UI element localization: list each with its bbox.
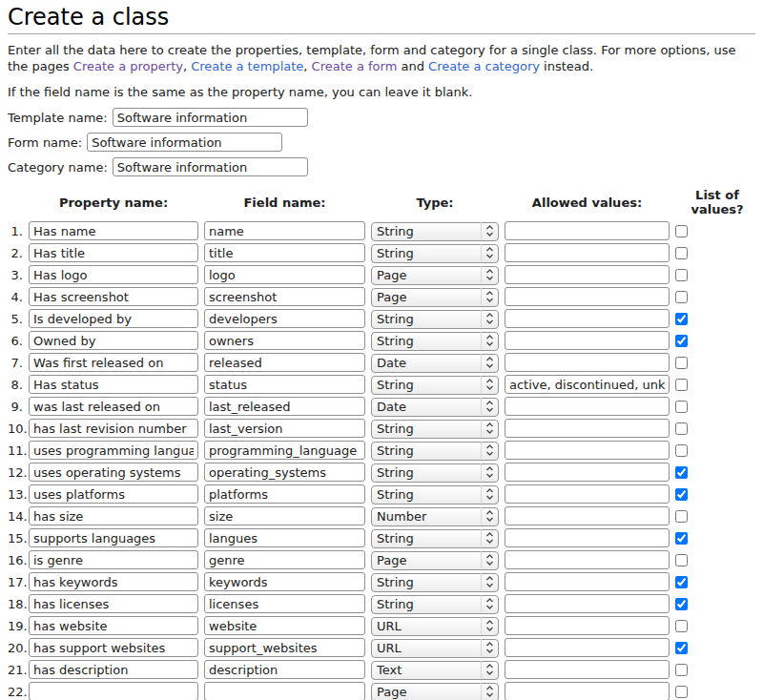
- list-of-values-checkbox[interactable]: [675, 686, 688, 698]
- list-of-values-checkbox[interactable]: [675, 291, 688, 303]
- field-name-input[interactable]: [204, 419, 365, 438]
- type-select[interactable]: String: [371, 376, 499, 395]
- list-of-values-checkbox[interactable]: [675, 664, 688, 676]
- allowed-values-input[interactable]: [505, 265, 670, 284]
- create-form-link[interactable]: Create a form: [312, 59, 398, 73]
- form-name-input[interactable]: [87, 133, 282, 152]
- list-of-values-checkbox[interactable]: [675, 488, 688, 501]
- field-name-input[interactable]: [204, 616, 365, 635]
- type-select[interactable]: String: [371, 529, 499, 548]
- field-name-input[interactable]: [204, 265, 365, 284]
- list-of-values-checkbox[interactable]: [675, 620, 688, 632]
- type-select[interactable]: Page: [371, 288, 499, 307]
- property-name-input[interactable]: [29, 616, 198, 635]
- type-select[interactable]: Date: [371, 398, 499, 417]
- list-of-values-checkbox[interactable]: [675, 313, 688, 325]
- field-name-input[interactable]: [204, 594, 365, 613]
- type-select[interactable]: String: [371, 310, 499, 329]
- allowed-values-input[interactable]: [505, 331, 670, 350]
- field-name-input[interactable]: [204, 528, 365, 547]
- type-select[interactable]: Date: [371, 354, 499, 373]
- type-select[interactable]: String: [371, 595, 499, 614]
- type-select[interactable]: String: [371, 442, 499, 461]
- property-name-input[interactable]: [29, 287, 198, 306]
- property-name-input[interactable]: [29, 419, 198, 438]
- type-select[interactable]: String: [371, 332, 499, 351]
- type-select[interactable]: String: [371, 573, 499, 592]
- allowed-values-input[interactable]: [505, 594, 670, 613]
- field-name-input[interactable]: [204, 243, 365, 262]
- list-of-values-checkbox[interactable]: [675, 598, 688, 610]
- allowed-values-input[interactable]: [505, 484, 670, 504]
- allowed-values-input[interactable]: [505, 463, 670, 482]
- property-name-input[interactable]: [29, 528, 198, 547]
- property-name-input[interactable]: [29, 572, 198, 591]
- allowed-values-input[interactable]: [505, 397, 670, 416]
- property-name-input[interactable]: [29, 441, 198, 460]
- field-name-input[interactable]: [204, 572, 365, 591]
- property-name-input[interactable]: [29, 682, 198, 700]
- list-of-values-checkbox[interactable]: [675, 401, 688, 413]
- allowed-values-input[interactable]: [505, 572, 670, 591]
- allowed-values-input[interactable]: [505, 528, 670, 547]
- type-select[interactable]: String: [371, 420, 499, 439]
- create-template-link[interactable]: Create a template: [191, 59, 303, 73]
- create-property-link[interactable]: Create a property: [73, 59, 183, 73]
- field-name-input[interactable]: [204, 375, 365, 394]
- create-category-link[interactable]: Create a category: [428, 59, 540, 73]
- property-name-input[interactable]: [29, 594, 198, 613]
- property-name-input[interactable]: [29, 221, 198, 240]
- list-of-values-checkbox[interactable]: [675, 379, 688, 391]
- list-of-values-checkbox[interactable]: [675, 510, 688, 523]
- field-name-input[interactable]: [204, 550, 365, 569]
- allowed-values-input[interactable]: [505, 353, 670, 372]
- property-name-input[interactable]: [29, 375, 198, 394]
- type-select[interactable]: Page: [371, 683, 499, 700]
- template-name-input[interactable]: [113, 108, 308, 127]
- allowed-values-input[interactable]: [505, 682, 670, 700]
- allowed-values-input[interactable]: [505, 243, 670, 262]
- field-name-input[interactable]: [204, 638, 365, 657]
- list-of-values-checkbox[interactable]: [675, 335, 688, 347]
- property-name-input[interactable]: [29, 353, 198, 372]
- field-name-input[interactable]: [204, 397, 365, 416]
- property-name-input[interactable]: [29, 660, 198, 679]
- allowed-values-input[interactable]: [505, 441, 670, 460]
- list-of-values-checkbox[interactable]: [675, 444, 688, 457]
- property-name-input[interactable]: [29, 484, 198, 504]
- category-name-input[interactable]: [113, 157, 308, 176]
- list-of-values-checkbox[interactable]: [675, 422, 688, 435]
- property-name-input[interactable]: [29, 506, 198, 525]
- property-name-input[interactable]: [29, 397, 198, 416]
- property-name-input[interactable]: [29, 463, 198, 482]
- list-of-values-checkbox[interactable]: [675, 247, 688, 259]
- type-select[interactable]: String: [371, 244, 499, 263]
- list-of-values-checkbox[interactable]: [675, 642, 688, 654]
- allowed-values-input[interactable]: [505, 638, 670, 657]
- field-name-input[interactable]: [204, 463, 365, 482]
- list-of-values-checkbox[interactable]: [675, 269, 688, 281]
- field-name-input[interactable]: [204, 441, 365, 460]
- list-of-values-checkbox[interactable]: [675, 554, 688, 566]
- field-name-input[interactable]: [204, 221, 365, 240]
- list-of-values-checkbox[interactable]: [675, 225, 688, 237]
- type-select[interactable]: String: [371, 222, 499, 241]
- property-name-input[interactable]: [29, 331, 198, 350]
- allowed-values-input[interactable]: [505, 506, 670, 525]
- field-name-input[interactable]: [204, 506, 365, 525]
- type-select[interactable]: URL: [371, 617, 499, 636]
- field-name-input[interactable]: [204, 287, 365, 306]
- property-name-input[interactable]: [29, 309, 198, 328]
- list-of-values-checkbox[interactable]: [675, 466, 688, 479]
- allowed-values-input[interactable]: [505, 616, 670, 635]
- property-name-input[interactable]: [29, 265, 198, 284]
- type-select[interactable]: URL: [371, 639, 499, 658]
- allowed-values-input[interactable]: [505, 660, 670, 679]
- list-of-values-checkbox[interactable]: [675, 357, 688, 369]
- allowed-values-input[interactable]: [505, 309, 670, 328]
- property-name-input[interactable]: [29, 243, 198, 262]
- field-name-input[interactable]: [204, 331, 365, 350]
- field-name-input[interactable]: [204, 353, 365, 372]
- type-select[interactable]: String: [371, 485, 499, 504]
- type-select[interactable]: Text: [371, 661, 499, 680]
